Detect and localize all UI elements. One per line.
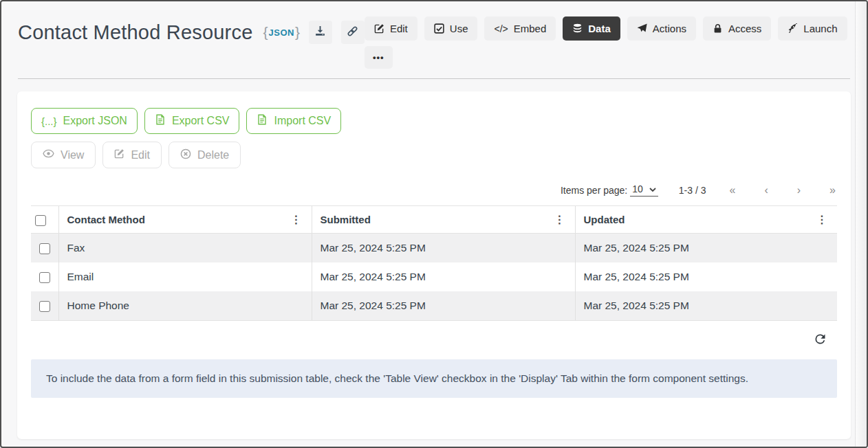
column-header-updated: Updated ⋮ — [575, 206, 837, 234]
column-menu-icon[interactable]: ⋮ — [553, 214, 567, 225]
items-per-page-value: 10 — [632, 183, 643, 194]
edit-button[interactable]: Edit — [102, 142, 162, 168]
export-json-label: Export JSON — [63, 115, 127, 127]
export-csv-label: Export CSV — [172, 115, 230, 127]
refresh-icon — [813, 338, 827, 348]
import-csv-label: Import CSV — [274, 115, 331, 127]
column-label: Submitted — [321, 214, 371, 225]
delete-button[interactable]: Delete — [169, 142, 241, 168]
items-per-page-select[interactable]: 10 — [630, 183, 658, 197]
page-header: Contact Method Resource {JSON} — [1, 1, 867, 69]
row-checkbox[interactable] — [39, 272, 50, 283]
info-note: To include the data from a form field in… — [31, 359, 837, 398]
edit-label: Edit — [131, 149, 150, 161]
table-row[interactable]: Home Phone Mar 25, 2024 5:25 PM Mar 25, … — [31, 291, 837, 321]
prev-page-icon: ‹ — [764, 184, 768, 196]
cell-contact-method: Home Phone — [58, 291, 312, 321]
tab-label: Data — [588, 23, 611, 34]
export-button-row: {...} Export JSON Export CSV Import CSV — [31, 108, 837, 134]
row-action-button-row: View Edit Delete — [31, 142, 837, 168]
header-divider — [18, 78, 850, 79]
tab-label: Access — [728, 23, 761, 34]
lock-icon — [713, 23, 723, 34]
refresh-button[interactable] — [813, 332, 827, 348]
view-label: View — [61, 149, 84, 161]
next-page-icon: › — [797, 184, 801, 196]
tab-label: Use — [450, 23, 468, 34]
link-button[interactable] — [341, 21, 365, 44]
prev-page-button[interactable]: ‹ — [763, 184, 769, 197]
file-icon — [257, 114, 268, 128]
next-page-button[interactable]: › — [796, 184, 802, 197]
tab-label: Actions — [653, 23, 686, 34]
items-per-page-label: Items per page: — [561, 185, 627, 196]
tab-use[interactable]: Use — [424, 16, 478, 41]
tab-label: Edit — [390, 23, 408, 34]
tab-label: Launch — [803, 23, 837, 34]
first-page-icon: « — [730, 184, 736, 196]
delete-label: Delete — [197, 149, 229, 161]
app-window: Contact Method Resource {JSON} — [0, 0, 868, 448]
tab-launch[interactable]: Launch — [778, 16, 847, 41]
code-icon: </> — [494, 23, 508, 34]
data-panel: {...} Export JSON Export CSV Import CSV — [17, 91, 851, 439]
first-page-button[interactable]: « — [728, 184, 737, 197]
rocket-icon — [788, 23, 798, 34]
column-menu-icon[interactable]: ⋮ — [815, 214, 829, 225]
cell-updated: Mar 25, 2024 5:25 PM — [575, 234, 837, 263]
json-curly-icon: {...} — [41, 115, 57, 127]
link-icon — [347, 25, 358, 39]
row-checkbox[interactable] — [39, 243, 50, 254]
column-menu-icon[interactable]: ⋮ — [290, 214, 303, 225]
tab-access[interactable]: Access — [703, 16, 771, 41]
tab-row-2: ••• — [365, 46, 847, 69]
title-group: Contact Method Resource {JSON} — [18, 16, 365, 44]
tab-bar: Edit Use </> Embed Data — [365, 16, 847, 69]
tab-data[interactable]: Data — [563, 16, 620, 41]
last-page-icon: » — [829, 184, 836, 196]
tab-row-1: Edit Use </> Embed Data — [365, 16, 847, 41]
edit-icon — [374, 23, 384, 34]
cell-submitted: Mar 25, 2024 5:25 PM — [312, 234, 575, 263]
last-page-button[interactable]: » — [828, 184, 837, 197]
column-label: Updated — [584, 214, 625, 225]
pagination-bar: Items per page: 10 1-3 / 3 « ‹ › » — [31, 183, 837, 197]
json-badge[interactable]: {JSON} — [263, 24, 300, 41]
cell-submitted: Mar 25, 2024 5:25 PM — [312, 262, 575, 291]
chevron-down-icon — [649, 183, 656, 194]
json-badge-label: JSON — [268, 27, 295, 38]
column-label: Contact Method — [67, 214, 145, 225]
cell-updated: Mar 25, 2024 5:25 PM — [575, 262, 837, 291]
tab-edit[interactable]: Edit — [365, 16, 417, 41]
cell-submitted: Mar 25, 2024 5:25 PM — [312, 291, 575, 321]
export-csv-button[interactable]: Export CSV — [144, 108, 240, 134]
download-button[interactable] — [309, 21, 332, 44]
tab-actions[interactable]: Actions — [627, 16, 696, 41]
check-square-icon — [434, 23, 444, 34]
pagination-range: 1-3 / 3 — [679, 185, 706, 196]
circle-x-icon — [180, 148, 191, 162]
cell-updated: Mar 25, 2024 5:25 PM — [575, 291, 837, 321]
json-badge-close: } — [295, 24, 300, 41]
import-csv-button[interactable]: Import CSV — [246, 108, 341, 134]
eye-icon — [43, 148, 54, 162]
select-all-checkbox[interactable] — [35, 215, 46, 226]
export-json-button[interactable]: {...} Export JSON — [31, 108, 138, 134]
tab-label: Embed — [514, 23, 547, 34]
view-button[interactable]: View — [31, 142, 96, 168]
table-row[interactable]: Fax Mar 25, 2024 5:25 PM Mar 25, 2024 5:… — [31, 234, 837, 263]
vertical-scrollbar[interactable] — [855, 1, 867, 447]
file-icon — [155, 114, 166, 128]
edit-icon — [114, 148, 124, 161]
table-row[interactable]: Email Mar 25, 2024 5:25 PM Mar 25, 2024 … — [31, 262, 837, 291]
row-checkbox[interactable] — [39, 301, 50, 312]
page-title: Contact Method Resource — [18, 21, 253, 44]
tab-embed[interactable]: </> Embed — [484, 16, 556, 41]
download-icon — [314, 25, 326, 39]
json-badge-open: { — [263, 24, 268, 41]
cell-contact-method: Fax — [58, 234, 312, 263]
cell-contact-method: Email — [58, 262, 312, 291]
tab-more-button[interactable]: ••• — [365, 46, 393, 69]
refresh-row — [31, 332, 837, 348]
ellipsis-icon: ••• — [373, 52, 384, 63]
